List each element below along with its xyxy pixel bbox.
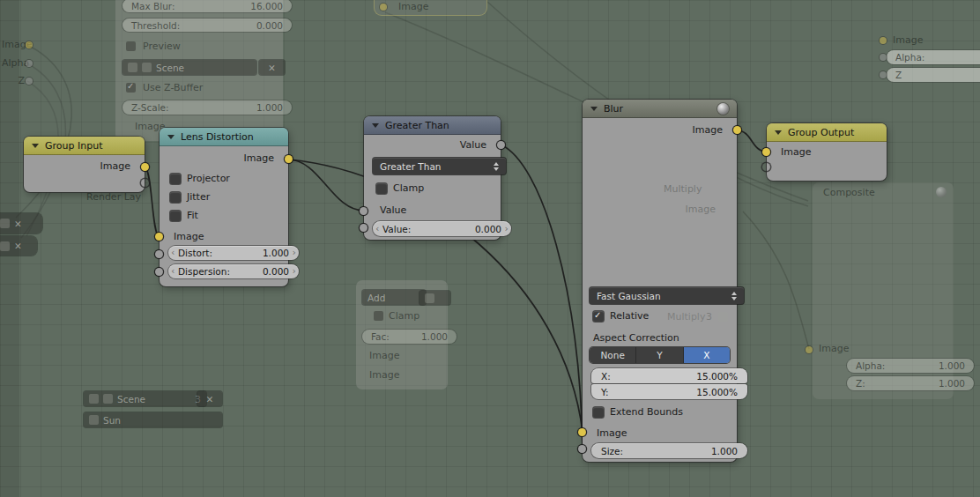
- clamp-label: Clamp: [393, 182, 424, 194]
- greater-value-out-label: Value: [460, 139, 486, 151]
- group-output-header[interactable]: Group Output: [767, 123, 887, 142]
- pin-icon: [718, 312, 728, 322]
- dispersion-slider[interactable]: Dispersion: 0.000: [168, 264, 299, 278]
- relative-checkbox[interactable]: [593, 311, 604, 322]
- faded-tr-z-socket: [880, 71, 887, 78]
- collapse-arrow-icon[interactable]: [372, 123, 379, 128]
- blur-filter-value: Fast Gaussian: [597, 291, 661, 301]
- faded-tr-alpha-socket: [880, 54, 887, 61]
- faded-scene-field: Scene: [122, 60, 256, 75]
- greater-value-slider-value: 0.000: [475, 224, 501, 234]
- blur-size-socket[interactable]: [578, 445, 586, 453]
- relative-label: Relative: [610, 310, 649, 322]
- lens-image-in-label: Image: [174, 231, 204, 242]
- blur-size-label: Size:: [601, 446, 623, 456]
- faded-scene-label: Scene: [156, 63, 184, 73]
- group-output-title: Group Output: [788, 127, 854, 138]
- lens-distortion-node[interactable]: Lens Distortion Image Projector Jitter F…: [160, 128, 288, 286]
- blur-size-slider[interactable]: Size: 1.000: [591, 443, 747, 458]
- greater-than-node[interactable]: Greater Than Value Greater Than Clamp Va…: [364, 116, 501, 240]
- link-blur-groupoutput: [737, 130, 767, 152]
- faded-math-image2-label: Image: [369, 369, 399, 381]
- faded-fac-value: 1.000: [421, 331, 448, 342]
- blur-image-out-label: Image: [693, 124, 723, 136]
- greater-than-header[interactable]: Greater Than: [364, 116, 501, 135]
- greater-value-out-socket[interactable]: [497, 141, 505, 149]
- collapse-arrow-icon[interactable]: [590, 107, 598, 111]
- group-input-virtual-socket[interactable]: [141, 179, 149, 187]
- updown-arrows-icon: [494, 162, 499, 171]
- jitter-checkbox[interactable]: [170, 192, 181, 203]
- clamp-checkbox[interactable]: [376, 183, 387, 194]
- faded-left-z-label: Z: [2, 75, 25, 86]
- math-operation-value: Greater Than: [380, 161, 442, 172]
- collapse-arrow-icon[interactable]: [167, 135, 174, 139]
- blur-size-value: 1.000: [711, 446, 738, 456]
- blur-image-in-socket[interactable]: [578, 428, 586, 436]
- group-input-header[interactable]: Group Input: [24, 137, 145, 155]
- faded-bottom-scene-close: ✕: [197, 391, 222, 406]
- faded-left-alpha-label: Alpha: [2, 57, 25, 69]
- lens-distortion-header[interactable]: Lens Distortion: [160, 128, 288, 146]
- lens-distortion-title: Lens Distortion: [181, 131, 254, 143]
- greater-value2-socket[interactable]: [360, 224, 368, 232]
- faded-bottom-scene-label: Scene: [117, 394, 145, 404]
- lens-image-in-socket[interactable]: [155, 233, 163, 241]
- aspect-x-button[interactable]: X: [684, 347, 730, 363]
- faded-math-op-label: Add: [368, 293, 385, 303]
- collapse-arrow-icon[interactable]: [775, 130, 782, 135]
- group-output-image-in-socket[interactable]: [762, 148, 770, 156]
- browse-icon: [103, 394, 113, 404]
- faded-zscale-label: Z-Scale:: [131, 102, 169, 113]
- aspect-correction-label: Aspect Correction: [593, 332, 679, 344]
- lens-distort-socket[interactable]: [155, 250, 163, 258]
- blur-y-label: Y:: [601, 387, 609, 397]
- faded-fac-slider: Fac: 1.000: [362, 330, 457, 344]
- greater-value-slider[interactable]: Value: 0.000: [373, 221, 511, 236]
- sun-icon: [89, 415, 99, 425]
- blur-header[interactable]: Blur: [583, 100, 737, 118]
- distort-slider[interactable]: Distort: 1.000: [168, 246, 299, 260]
- greater-value-in-socket[interactable]: [360, 207, 368, 215]
- faded-zscale-value: 1.000: [256, 102, 283, 113]
- faded-composite-title: Composite: [823, 187, 875, 198]
- aspect-none-button[interactable]: None: [590, 347, 636, 363]
- image-icon: [0, 241, 10, 251]
- extend-bounds-checkbox[interactable]: [593, 407, 604, 418]
- fit-checkbox[interactable]: [170, 211, 181, 221]
- greater-value-in-label: Value: [380, 204, 406, 216]
- group-output-virtual-socket[interactable]: [762, 163, 770, 171]
- image-icon: [0, 219, 10, 228]
- faded-max-blur-slider: Max Blur: 16.000: [122, 0, 292, 12]
- blur-y-slider[interactable]: Y: 15.000%: [591, 384, 747, 399]
- collapse-arrow-icon[interactable]: [32, 144, 39, 148]
- group-input-node[interactable]: Group Input Image: [24, 137, 145, 192]
- pin-icon: [425, 293, 434, 303]
- faded-max-blur-label: Max Blur:: [131, 1, 175, 11]
- aspect-y-button[interactable]: Y: [636, 347, 683, 363]
- greater-than-title: Greater Than: [385, 120, 449, 131]
- projector-checkbox[interactable]: [170, 174, 181, 184]
- node-editor-canvas[interactable]: Max Blur: 16.000 Threshold: 0.000 Previe…: [0, 0, 980, 497]
- group-output-node[interactable]: Group Output Image: [767, 123, 887, 181]
- lens-image-out-socket[interactable]: [285, 155, 293, 163]
- group-input-image-out-socket[interactable]: [141, 163, 149, 171]
- faded-preview-label: Preview: [143, 41, 181, 52]
- scene-icon: [128, 63, 137, 72]
- faded-zbuffer-checkbox: [126, 83, 136, 93]
- lens-dispersion-socket[interactable]: [155, 268, 163, 276]
- greater-value-slider-label: Value:: [382, 224, 411, 234]
- blur-image-out-socket[interactable]: [733, 126, 741, 134]
- link-groupinput-lens: [145, 167, 160, 237]
- faded-tr-image-label: Image: [893, 34, 923, 46]
- faded-threshold-slider: Threshold: 0.000: [122, 19, 292, 32]
- faded-math-extra-icons: [419, 291, 450, 305]
- faded-threshold-label: Threshold:: [131, 20, 180, 31]
- math-operation-dropdown[interactable]: Greater Than: [373, 158, 506, 174]
- fit-label: Fit: [187, 210, 198, 221]
- blur-filter-dropdown[interactable]: Fast Gaussian: [590, 287, 744, 304]
- faded-max-blur-value: 16.000: [250, 1, 283, 11]
- projector-label: Projector: [187, 173, 230, 184]
- blur-x-slider[interactable]: X: 15.000%: [591, 368, 747, 383]
- blur-node[interactable]: Blur Image Multiply Image Fast Gaussian …: [583, 100, 737, 462]
